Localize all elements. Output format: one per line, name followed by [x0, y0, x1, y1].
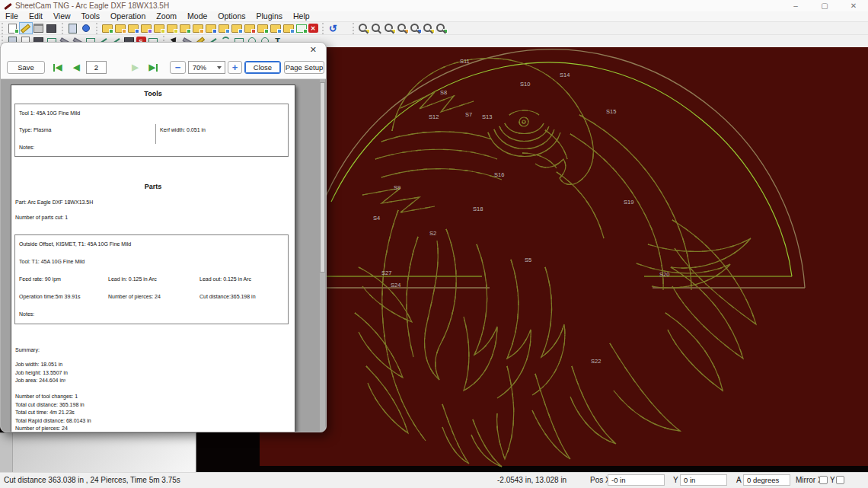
group-operations-icon[interactable]	[270, 23, 282, 33]
feed-rate: Feed rate: 90 ipm	[19, 276, 61, 282]
first-page-icon[interactable]: ◀	[49, 61, 65, 74]
menu-plugins[interactable]: Plugins	[251, 11, 288, 21]
zoom-out-button[interactable]: −	[170, 61, 186, 74]
parts-panel[interactable]	[0, 432, 196, 473]
ungroup-operations-icon[interactable]	[282, 23, 295, 33]
copy-part-icon[interactable]	[114, 23, 126, 33]
copy-operation-icon[interactable]	[192, 23, 204, 33]
menu-edit[interactable]: Edit	[24, 11, 48, 21]
part-forward-icon[interactable]	[153, 23, 165, 33]
operation-up-icon[interactable]	[218, 23, 230, 33]
dialog-close-icon[interactable]: ✕	[310, 46, 317, 54]
operation-tool: Tool: T1: 45A 10G Fine Mild	[19, 259, 85, 264]
menu-help[interactable]: Help	[288, 11, 315, 21]
part-back-icon[interactable]	[166, 23, 178, 33]
edit-table-icon[interactable]	[295, 23, 308, 33]
page-setup-button[interactable]: Page Setup	[284, 61, 324, 74]
import-part-icon[interactable]	[140, 23, 152, 33]
new-part-icon[interactable]	[101, 23, 113, 33]
tool-notes: Notes:	[19, 145, 34, 150]
open-drawing-icon[interactable]	[7, 23, 19, 33]
menu-bar: FileEditViewToolsOperationZoomModeOption…	[0, 11, 868, 21]
save-operation-icon[interactable]	[205, 23, 217, 33]
summary-line: Number of tool changes: 1	[15, 393, 91, 401]
summary-line: Job height: 13.5507 in	[15, 369, 68, 378]
status-bar: Cut distance 363.038 in , 24 Pierces, Ti…	[0, 472, 868, 488]
summary-heading: Summary:	[15, 347, 40, 352]
mirror-y-label: Y	[830, 476, 835, 484]
calculator-icon[interactable]	[67, 23, 79, 33]
cut-operation-icon[interactable]	[244, 23, 256, 33]
lead-out: Lead out: 0.125 in Arc	[199, 276, 251, 282]
zoom-level-value: 70%	[193, 64, 206, 72]
mirror-y-checkbox[interactable]	[836, 476, 844, 484]
zoom-out-icon[interactable]	[371, 23, 383, 33]
print-preview-dialog: ✕ Save ◀ ◀ 2 ▶ ▶ − 70% + Close Page Setu…	[0, 42, 327, 432]
part-name: Part: Arc Eagle DXF 18WX13.5H	[15, 199, 93, 205]
summary-line: Total cut distance: 365.198 in	[15, 401, 91, 410]
mirror-x-checkbox[interactable]	[819, 476, 828, 484]
angle-label: A	[736, 476, 742, 484]
operation-title: Outside Offset, KISMET, T1: 45A 10G Fine…	[19, 241, 131, 247]
main-toolbar: ✕ ↺	[0, 21, 868, 34]
path-label-S15: S15	[606, 108, 616, 115]
path-label-S24: S24	[391, 282, 400, 289]
totals-summary-lines: Number of tool changes: 1Total cut dista…	[15, 393, 91, 432]
summary-line: Job area: 244.604 in²	[15, 377, 68, 385]
menu-tools[interactable]: Tools	[76, 11, 106, 21]
tools-heading: Tools	[11, 90, 295, 97]
run-job-icon[interactable]	[80, 23, 92, 33]
zoom-window-icon[interactable]	[384, 23, 396, 33]
zoom-extents-icon[interactable]	[397, 23, 409, 33]
preview-toolbar: Save ◀ ◀ 2 ▶ ▶ − 70% + Close Page Setup	[1, 58, 326, 79]
zoom-in-button[interactable]: +	[228, 61, 242, 74]
close-button[interactable]: ✕	[839, 0, 868, 11]
undo-icon[interactable]: ↺	[327, 23, 340, 33]
parts-panel-rail	[0, 433, 13, 473]
menu-zoom[interactable]: Zoom	[151, 11, 182, 21]
minimize-button[interactable]: –	[781, 0, 810, 11]
zoom-selected-icon[interactable]	[410, 23, 422, 33]
close-preview-button[interactable]: Close	[244, 61, 281, 74]
delete-operation-icon[interactable]: ✕	[308, 24, 318, 33]
path-label-S7: S7	[465, 111, 472, 118]
print-icon[interactable]	[33, 23, 45, 33]
pos-x-input[interactable]: -0 in	[608, 474, 665, 486]
menu-file[interactable]: File	[0, 11, 24, 21]
cut-distance: Cut distance:365.198 in	[199, 294, 256, 299]
operation-down-icon[interactable]	[231, 23, 243, 33]
path-label-S8: S8	[440, 89, 447, 96]
last-page-icon[interactable]: ▶	[145, 61, 161, 74]
previous-page-icon[interactable]: ◀	[69, 61, 85, 74]
cursor-coordinates: -2.0543 in, 13.028 in	[497, 476, 566, 484]
maximize-button[interactable]: ▢	[810, 0, 839, 11]
path-label-S5: S5	[525, 257, 531, 263]
sheetcam-app-window: { "window": { "title": "SheetCam TNG - A…	[0, 0, 868, 488]
menu-view[interactable]: View	[48, 11, 76, 21]
next-page-icon[interactable]: ▶	[127, 61, 143, 74]
edit-drawing-icon[interactable]	[20, 23, 32, 33]
tool-type: Type: Plasma	[19, 127, 51, 132]
zoom-refresh-icon[interactable]	[436, 23, 448, 33]
new-operation-icon[interactable]	[179, 23, 191, 33]
summary-line: Total cut time: 4m 21.23s	[15, 409, 91, 417]
menu-options[interactable]: Options	[212, 11, 251, 21]
kerf-width: Kerf width: 0.051 in	[160, 127, 206, 132]
zoom-level-dropdown[interactable]: 70%	[188, 61, 225, 74]
menu-operation[interactable]: Operation	[105, 11, 151, 21]
path-label-S27: S27	[381, 270, 391, 276]
preview-scrollbar-thumb[interactable]	[320, 82, 325, 273]
save-button[interactable]: Save	[7, 61, 45, 74]
menu-mode[interactable]: Mode	[182, 11, 212, 21]
zoom-part-icon[interactable]	[423, 23, 435, 33]
save-part-icon[interactable]	[127, 23, 139, 33]
page-number-input[interactable]: 2	[86, 61, 107, 74]
pos-y-input[interactable]: 0 in	[680, 474, 727, 486]
zoom-in-icon[interactable]	[358, 23, 370, 33]
preview-scrollbar[interactable]	[320, 79, 325, 432]
pos-y-label: Y	[673, 476, 678, 484]
post-process-icon[interactable]	[46, 23, 58, 33]
path-label-S22: S22	[591, 358, 601, 365]
paste-operation-icon[interactable]	[257, 23, 269, 33]
angle-input[interactable]: 0 degrees	[743, 474, 790, 486]
